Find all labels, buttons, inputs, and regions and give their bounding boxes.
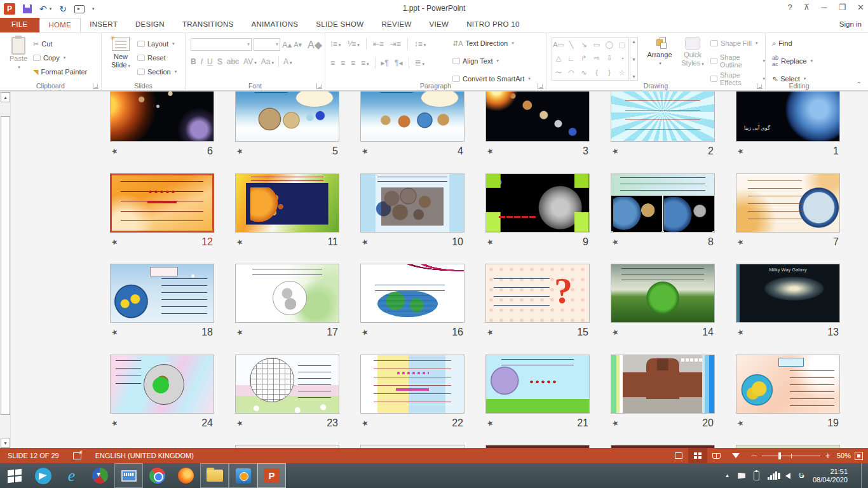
section-button[interactable]: Section▾: [137, 65, 177, 79]
zoom-level[interactable]: 50%: [837, 452, 851, 459]
slide-thumbnail-14[interactable]: [611, 264, 715, 323]
show-desktop-button[interactable]: [861, 463, 865, 488]
zoom-out-button[interactable]: −: [752, 452, 757, 459]
slide-thumbnail-23[interactable]: [235, 355, 339, 414]
zoom-slider[interactable]: [762, 456, 820, 456]
slide-thumbnail-11[interactable]: [235, 173, 339, 233]
restore-button[interactable]: ❐: [838, 3, 846, 12]
slide-thumbnail-21[interactable]: [485, 355, 590, 414]
tab-view[interactable]: VIEW: [421, 18, 458, 32]
font-name-combo[interactable]: [191, 38, 252, 51]
slide-thumbnail-22[interactable]: [360, 355, 465, 414]
taskbar-idm[interactable]: [86, 463, 114, 488]
scroll-up-button[interactable]: ▲: [1, 92, 10, 102]
fit-slide-to-window-button[interactable]: [855, 452, 863, 460]
paragraph-dialog-launcher[interactable]: [538, 83, 543, 89]
slide-sorter-view-button[interactable]: [688, 448, 707, 463]
cut-button[interactable]: ✂Cut: [33, 37, 87, 51]
slide-thumbnail-15[interactable]: [485, 264, 590, 323]
slide-thumbnail-5[interactable]: [235, 91, 339, 142]
tab-design[interactable]: DESIGN: [126, 18, 173, 32]
text-direction-button[interactable]: ⇵AText Direction▾: [452, 36, 531, 50]
decrease-indent-button[interactable]: ⇤≡: [373, 39, 384, 48]
help-icon[interactable]: ?: [787, 3, 792, 12]
font-dialog-launcher[interactable]: [316, 83, 322, 89]
tray-expand-icon[interactable]: ▲: [724, 473, 729, 478]
tab-nitro-pro-10[interactable]: NITRO PRO 10: [458, 18, 528, 32]
slide-thumbnail-19[interactable]: [736, 355, 840, 414]
justify-button[interactable]: ≡▾: [361, 58, 369, 67]
italic-button[interactable]: I: [201, 57, 203, 66]
taskbar-internet-explorer[interactable]: e: [57, 463, 86, 488]
align-text-button[interactable]: Align Text▾: [452, 54, 531, 68]
tab-home[interactable]: HOME: [39, 18, 81, 32]
taskbar-media-player[interactable]: [229, 463, 257, 488]
rtl-direction-button[interactable]: ¶◂: [395, 58, 402, 67]
align-right-button[interactable]: ≡: [351, 58, 355, 67]
change-case-button[interactable]: Aa▾: [261, 57, 274, 66]
slide-thumbnail-6[interactable]: [110, 91, 214, 142]
align-center-button[interactable]: ≡: [341, 58, 345, 67]
slide-thumbnail-18[interactable]: [110, 264, 214, 323]
slide-thumbnail-10[interactable]: [360, 173, 465, 233]
numbering-button[interactable]: ⅟≡▾: [347, 39, 359, 48]
font-size-combo[interactable]: [254, 38, 280, 51]
character-spacing-button[interactable]: AV▾: [243, 57, 257, 66]
increase-indent-button[interactable]: ⇥≡: [390, 39, 401, 48]
new-slide-button[interactable]: NewSlide▾: [107, 37, 135, 85]
decrease-font-size-button[interactable]: A▾: [294, 41, 302, 49]
network-icon[interactable]: [768, 471, 777, 480]
format-painter-button[interactable]: ◥Format Painter: [33, 65, 87, 79]
tab-file[interactable]: FILE: [0, 18, 39, 32]
scroll-down-button[interactable]: ▼: [1, 438, 10, 448]
shapes-gallery[interactable]: A▭╲↘▭◯▢ △∟↱⇨⇩◔ 〜◠∿{}☆: [552, 37, 629, 81]
slide-show-button[interactable]: [726, 448, 745, 463]
tab-review[interactable]: REVIEW: [372, 18, 420, 32]
font-color-button[interactable]: A▾: [283, 57, 292, 66]
slide-thumbnail-17[interactable]: [235, 264, 339, 323]
bullets-button[interactable]: ⁝≡▾: [330, 39, 341, 48]
shape-outline-button[interactable]: Shape Outline▾: [710, 54, 765, 68]
replace-button[interactable]: abacReplace▾: [772, 54, 813, 68]
shapes-gallery-scrollbar[interactable]: ▲▼▼: [630, 37, 638, 81]
taskbar-firefox[interactable]: [172, 463, 200, 488]
paste-button[interactable]: Paste▾: [6, 37, 31, 83]
slide-thumbnail-24[interactable]: [110, 355, 214, 414]
copy-button[interactable]: Copy▾: [33, 51, 87, 65]
taskbar-telegram[interactable]: [29, 463, 57, 488]
spell-check-icon[interactable]: [73, 452, 81, 459]
ltr-direction-button[interactable]: ▸¶: [381, 58, 389, 67]
slide-thumbnail-4[interactable]: [360, 91, 465, 142]
scrollbar-thumb[interactable]: [1, 116, 10, 415]
quick-styles-button[interactable]: QuickStyles▾: [677, 37, 708, 85]
columns-button[interactable]: ≣▾: [415, 58, 425, 67]
clear-formatting-button[interactable]: A◆: [308, 39, 322, 51]
vertical-scrollbar[interactable]: ▲ ▼: [0, 92, 11, 448]
action-center-icon[interactable]: [738, 473, 745, 479]
slide-thumbnail-3[interactable]: [485, 91, 590, 142]
drawing-dialog-launcher[interactable]: [757, 83, 763, 89]
reset-button[interactable]: Reset: [137, 51, 177, 65]
taskbar-powerpoint[interactable]: P: [257, 463, 286, 488]
taskbar-chrome[interactable]: [143, 463, 172, 488]
increase-font-size-button[interactable]: A▴: [282, 40, 292, 50]
tab-slide-show[interactable]: SLIDE SHOW: [307, 18, 372, 32]
slide-thumbnail-12[interactable]: [110, 173, 214, 233]
underline-button[interactable]: U: [207, 57, 213, 66]
slide-thumbnail-16[interactable]: [360, 264, 465, 323]
volume-icon[interactable]: [785, 473, 790, 479]
normal-view-button[interactable]: [669, 448, 688, 463]
bold-button[interactable]: B: [191, 57, 196, 66]
sign-in-link[interactable]: Sign in: [839, 20, 862, 28]
minimize-button[interactable]: ─: [821, 3, 827, 12]
strikethrough-button[interactable]: abc: [227, 57, 239, 66]
taskbar-file-explorer[interactable]: [200, 463, 229, 488]
slide-thumbnail-9[interactable]: [485, 173, 590, 233]
zoom-in-button[interactable]: +: [825, 452, 831, 459]
taskbar-remote-desktop[interactable]: [114, 463, 143, 488]
shape-fill-button[interactable]: Shape Fill▾: [710, 36, 765, 50]
slide-thumbnail-13[interactable]: Milky Way Galaxy: [736, 264, 840, 323]
arrange-button[interactable]: Arrange▾: [643, 37, 676, 85]
language-indicator[interactable]: ENGLISH (UNITED KINGDOM): [95, 452, 194, 459]
slide-thumbnail-20[interactable]: [611, 355, 715, 414]
